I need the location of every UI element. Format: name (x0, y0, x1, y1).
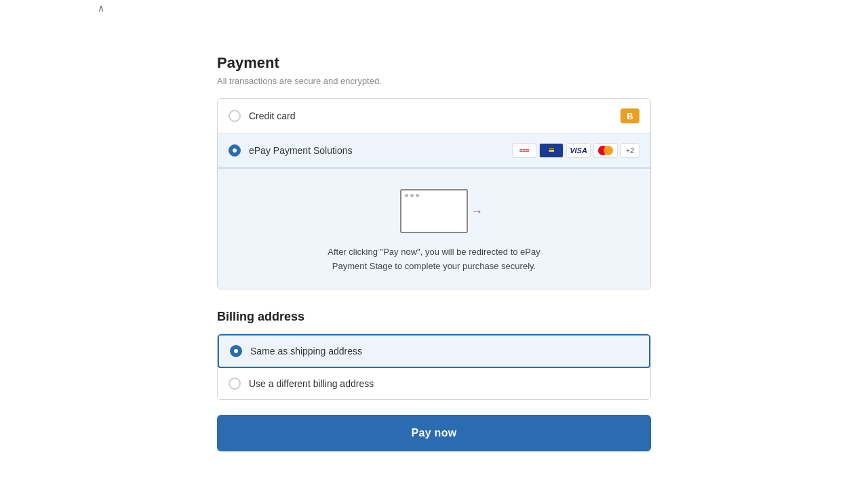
browser-dots (401, 190, 467, 197)
different-address-radio[interactable] (229, 378, 241, 390)
payment-title: Payment (217, 54, 651, 72)
payment-option-credit-card[interactable]: Credit card B (218, 99, 650, 134)
stripe-icon: ≡≡≡ (512, 143, 536, 158)
billing-options-container: Same as shipping address Use a different… (217, 333, 651, 400)
browser-window (400, 189, 468, 233)
browser-dot-3 (416, 194, 419, 197)
billing-section: Billing address Same as shipping address… (217, 310, 651, 400)
epay-redirect-panel: → After clicking "Pay now", you will be … (218, 168, 650, 289)
payment-subtitle: All transactions are secure and encrypte… (217, 76, 651, 86)
same-address-label: Same as shipping address (250, 346, 362, 357)
credit-card-radio[interactable] (229, 110, 241, 122)
payment-section: Payment All transactions are secure and … (217, 54, 651, 289)
epay-label: ePay Payment Solutions (249, 145, 512, 156)
payment-options-container: Credit card B ePay Payment Solutions ≡≡≡… (217, 98, 651, 289)
redirect-arrow: → (471, 204, 483, 218)
billing-option-same[interactable]: Same as shipping address (218, 334, 650, 368)
same-address-radio[interactable] (230, 345, 242, 357)
billing-title: Billing address (217, 310, 651, 324)
payment-option-epay[interactable]: ePay Payment Solutions ≡≡≡ 💳 VISA (218, 134, 650, 168)
credit-card-icons: B (620, 108, 639, 123)
billing-option-different[interactable]: Use a different billing address (218, 368, 650, 399)
blue-card-icon: 💳 (539, 143, 564, 158)
redirect-illustration: → (400, 188, 468, 233)
browser-illustration: → (400, 189, 468, 233)
epay-icons: ≡≡≡ 💳 VISA +2 (512, 143, 639, 158)
more-cards-icon: +2 (620, 143, 639, 158)
collapse-icon[interactable]: ∧ (98, 3, 104, 14)
b-icon: B (620, 108, 639, 123)
page-container: Payment All transactions are secure and … (217, 0, 651, 479)
pay-now-button[interactable]: Pay now (217, 415, 651, 451)
visa-icon: VISA (566, 143, 591, 158)
browser-dot-1 (405, 194, 408, 197)
different-address-label: Use a different billing address (249, 378, 374, 389)
credit-card-label: Credit card (249, 110, 620, 121)
browser-dot-2 (410, 194, 414, 197)
mastercard-icon (593, 143, 618, 158)
epay-radio[interactable] (229, 144, 241, 157)
redirect-text: After clicking "Pay now", you will be re… (328, 245, 540, 274)
